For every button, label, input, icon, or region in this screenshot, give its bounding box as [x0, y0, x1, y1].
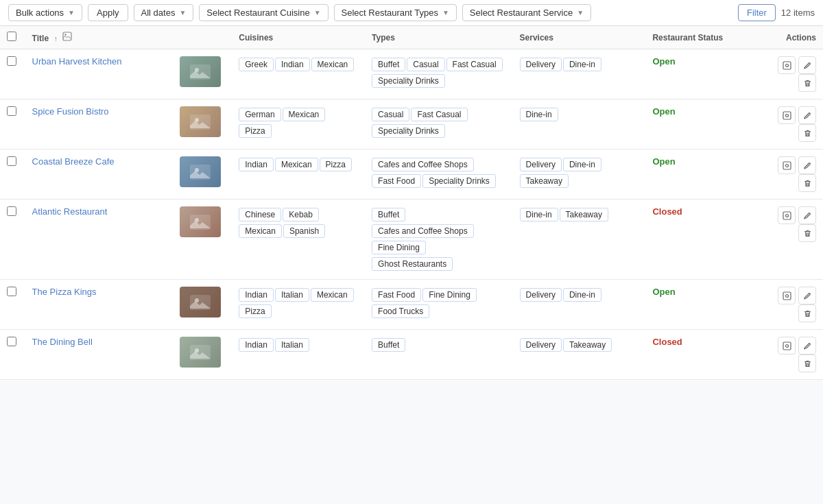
service-placeholder: Select Restaurant Service — [470, 8, 573, 18]
type-tag: Food Trucks — [372, 304, 429, 318]
table-row: Spice Fusion BistroGermanMexicanPizzaCas… — [0, 99, 823, 149]
types-cell: Buffet — [365, 330, 512, 380]
delete-button[interactable] — [798, 224, 816, 242]
svg-point-25 — [785, 344, 788, 347]
svg-rect-12 — [783, 162, 791, 169]
service-tag: Dine-in — [563, 58, 601, 71]
type-tag: Speciality Drinks — [372, 124, 445, 138]
row-checkbox[interactable] — [7, 337, 16, 346]
view-button[interactable] — [778, 287, 796, 304]
cuisine-tag: Pizza — [239, 124, 271, 138]
view-button[interactable] — [778, 56, 796, 74]
svg-point-1 — [65, 34, 67, 35]
view-button[interactable] — [778, 156, 796, 174]
delete-button[interactable] — [798, 304, 816, 322]
row-checkbox[interactable] — [7, 156, 16, 166]
type-tag: Cafes and Coffee Shops — [372, 158, 474, 171]
edit-button[interactable] — [798, 287, 816, 304]
cuisine-tag: Pizza — [320, 158, 352, 171]
table-row: Coastal Breeze CafeIndianMexicanPizzaCaf… — [0, 149, 823, 200]
restaurant-image — [180, 337, 221, 368]
bulk-actions-chevron-icon: ▼ — [68, 9, 75, 16]
types-cell: Fast FoodFine DiningFood Trucks — [365, 280, 512, 330]
edit-button[interactable] — [798, 156, 816, 174]
apply-button[interactable]: Apply — [88, 4, 128, 21]
svg-rect-20 — [783, 292, 791, 300]
actions-cell — [749, 200, 823, 280]
cuisine-tag: German — [239, 108, 281, 121]
edit-button[interactable] — [798, 56, 816, 74]
type-tag: Casual — [407, 58, 444, 71]
row-checkbox[interactable] — [7, 56, 16, 66]
svg-point-13 — [785, 164, 788, 167]
restaurant-name-link[interactable]: Spice Fusion Bistro — [32, 106, 109, 117]
delete-button[interactable] — [798, 174, 816, 192]
restaurant-image-cell — [173, 200, 232, 280]
edit-button[interactable] — [798, 337, 816, 355]
delete-button[interactable] — [798, 74, 816, 92]
delete-button[interactable] — [798, 355, 816, 372]
all-dates-dropdown[interactable]: All dates ▼ — [134, 4, 194, 21]
view-button[interactable] — [778, 206, 796, 224]
row-checkbox-cell — [0, 99, 25, 149]
restaurant-name-link[interactable]: Coastal Breeze Cafe — [32, 156, 115, 167]
type-tag: Buffet — [372, 338, 405, 352]
cuisine-dropdown[interactable]: Select Restaurant Cuisine ▼ — [199, 4, 328, 21]
row-checkbox[interactable] — [7, 287, 16, 296]
filter-button[interactable]: Filter — [738, 4, 776, 21]
restaurant-name-link[interactable]: The Pizza Kings — [32, 287, 97, 297]
row-checkbox[interactable] — [7, 106, 16, 116]
restaurant-name-cell: The Dining Bell — [25, 330, 173, 380]
status-cell: Open — [645, 49, 749, 99]
edit-button[interactable] — [798, 206, 816, 224]
service-tag: Delivery — [520, 338, 562, 352]
restaurant-image-cell — [173, 99, 232, 149]
bulk-actions-dropdown[interactable]: Bulk actions ▼ — [8, 4, 82, 21]
status-badge: Closed — [652, 206, 682, 217]
status-badge: Closed — [652, 337, 682, 347]
restaurant-name-link[interactable]: Urban Harvest Kitchen — [32, 56, 122, 67]
cuisines-cell: GermanMexicanPizza — [232, 99, 365, 149]
header-image — [173, 26, 232, 49]
view-button[interactable] — [778, 106, 796, 124]
service-dropdown[interactable]: Select Restaurant Service ▼ — [462, 4, 591, 21]
row-checkbox-cell — [0, 149, 25, 200]
services-cell: DeliveryDine-in — [513, 49, 646, 99]
service-tag: Dine-in — [520, 108, 558, 121]
cuisine-tag: Spanish — [283, 224, 325, 238]
view-button[interactable] — [778, 337, 796, 355]
cuisine-tag: Greek — [239, 58, 274, 71]
cuisine-tag: Kebab — [283, 208, 319, 221]
restaurant-name-link[interactable]: The Dining Bell — [32, 337, 93, 347]
cuisines-cell: IndianItalian — [232, 330, 365, 380]
types-dropdown[interactable]: Select Restaurant Types ▼ — [334, 4, 457, 21]
status-cell: Open — [645, 280, 749, 330]
header-checkbox-cell — [0, 26, 25, 49]
delete-button[interactable] — [798, 124, 816, 142]
cuisine-tag: Mexican — [239, 224, 282, 238]
all-dates-chevron-icon: ▼ — [179, 9, 186, 16]
header-title[interactable]: Title ↑ — [25, 26, 173, 49]
status-badge: Open — [652, 106, 675, 117]
restaurant-name-link[interactable]: Atlantic Restaurant — [32, 206, 108, 217]
cuisine-tag: Indian — [239, 288, 274, 302]
actions-cell — [749, 330, 823, 380]
restaurant-image — [180, 156, 221, 187]
table-row: The Dining BellIndianItalianBuffetDelive… — [0, 330, 823, 380]
edit-button[interactable] — [798, 106, 816, 124]
cuisine-tag: Mexican — [275, 158, 318, 171]
service-tag: Delivery — [520, 58, 562, 71]
svg-point-9 — [785, 114, 788, 117]
row-checkbox[interactable] — [7, 206, 16, 216]
status-cell: Open — [645, 149, 749, 200]
type-tag: Cafes and Coffee Shops — [372, 224, 474, 238]
restaurant-image — [180, 206, 221, 237]
type-tag: Casual — [372, 108, 409, 121]
header-types: Types — [365, 26, 512, 49]
cuisine-placeholder: Select Restaurant Cuisine — [206, 8, 309, 18]
types-cell: BuffetCafes and Coffee ShopsFine DiningG… — [365, 200, 512, 280]
restaurant-name-cell: Atlantic Restaurant — [25, 200, 173, 280]
service-tag: Dine-in — [563, 288, 601, 302]
svg-rect-16 — [783, 212, 791, 219]
select-all-checkbox[interactable] — [7, 32, 16, 41]
